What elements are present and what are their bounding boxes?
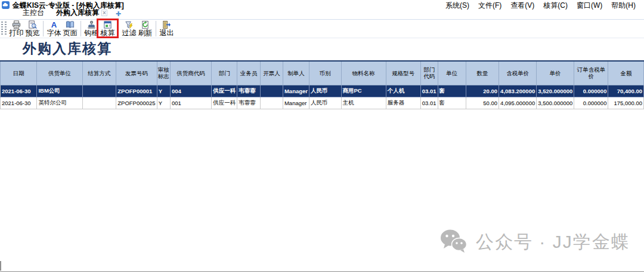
table-cell[interactable]: Y (157, 97, 170, 109)
table-cell[interactable] (260, 85, 283, 97)
toolbar: 打印预览A字体页面钩稽核算过滤刷新退出 (0, 20, 644, 38)
table-cell[interactable] (82, 97, 116, 109)
column-header[interactable]: 开票人 (260, 61, 283, 85)
tab-bar: 主控台外购入库核算×✚ (0, 10, 644, 20)
table-cell[interactable]: 70,400.00 (608, 85, 644, 97)
toolbar-grip-handle[interactable] (5, 22, 7, 36)
table-cell[interactable]: 4,083.200000 (499, 85, 537, 97)
column-header[interactable]: 日期 (1, 61, 37, 85)
column-header[interactable]: 结算方式 (82, 61, 116, 85)
column-header[interactable]: 供货商代码 (170, 61, 211, 85)
table-cell[interactable]: 主机 (341, 97, 386, 109)
accounting-table: 日期供货单位结算方式发票号码审核标志供货商代码部门业务员开票人制单人币别物料名称… (0, 60, 644, 109)
close-tab-icon[interactable]: × (101, 10, 107, 16)
table-cell[interactable]: 套 (438, 85, 466, 97)
toolbar-button-font[interactable]: A字体 (46, 20, 62, 38)
toolbar-button-refresh[interactable]: 刷新 (137, 20, 153, 38)
column-header[interactable]: 规格型号 (386, 61, 420, 85)
table-cell[interactable]: Y (157, 85, 170, 97)
table-cell[interactable]: 人民币 (309, 97, 341, 109)
table-cell[interactable]: 套 (438, 97, 466, 109)
table-cell[interactable]: 英特尔公司 (37, 97, 82, 109)
column-header[interactable]: 币别 (309, 61, 341, 85)
column-header[interactable]: 部门代码 (420, 61, 438, 85)
table-cell[interactable]: 50.00 (466, 97, 499, 109)
column-header[interactable]: 部门 (212, 61, 237, 85)
table-cell[interactable]: 供应一科 (212, 97, 237, 109)
page-title: 外购入库核算 (23, 39, 112, 58)
table-cell[interactable]: 0.000000 (574, 97, 608, 109)
toolbar-button-label: 页面 (63, 29, 78, 37)
toolbar-button-reconcile[interactable]: 钩稽 (83, 20, 100, 38)
toolbar-button-calculate[interactable]: 核算 (100, 20, 116, 38)
table-cell[interactable]: 服务器 (386, 97, 420, 109)
table-cell[interactable]: 3,500.000000 (537, 97, 574, 109)
table-cell[interactable]: 韦蓉蓉 (237, 97, 261, 109)
column-header[interactable]: 订单含税单价 (574, 61, 608, 85)
book-icon (66, 20, 75, 29)
table-cell[interactable]: 2021-06-30 (1, 97, 37, 109)
column-header[interactable]: 金额 (608, 61, 644, 85)
wechat-icon (439, 228, 467, 256)
tab-purchase-inbound-accounting[interactable]: 外购入库核算× (50, 7, 113, 19)
table-cell[interactable]: 175,000.00 (608, 97, 644, 109)
column-header[interactable]: 制单人 (283, 61, 309, 85)
toolbar-grip-handle[interactable] (1, 22, 3, 36)
svg-text:A: A (51, 20, 57, 29)
table-cell[interactable]: 商用PC (341, 85, 386, 97)
refresh-icon (141, 20, 150, 29)
toolbar-button-label: 打印 (10, 29, 24, 37)
toolbar-button-filter[interactable]: 过滤 (121, 20, 137, 38)
toolbar-button-label: 刷新 (138, 29, 153, 37)
toolbar-button-exit[interactable]: 退出 (159, 20, 175, 38)
table-cell[interactable] (82, 85, 116, 97)
column-header[interactable]: 业务员 (237, 61, 261, 85)
exit-icon (162, 20, 171, 29)
toolbar-separator (118, 21, 119, 36)
table-cell[interactable]: ZPOFP00001 (116, 85, 157, 97)
toolbar-separator (43, 21, 44, 36)
filter-icon (125, 20, 134, 29)
table-cell[interactable] (260, 97, 283, 109)
toolbar-button-preview[interactable]: 预览 (24, 20, 41, 38)
new-tab-icon[interactable]: ✚ (116, 10, 121, 18)
column-header[interactable]: 单位 (438, 61, 466, 85)
toolbar-button-page[interactable]: 页面 (62, 20, 78, 38)
table-cell[interactable]: 03.01 (420, 97, 438, 109)
table-cell[interactable]: 3,520.000000 (537, 85, 574, 97)
table-cell[interactable]: 4,095.000000 (499, 97, 537, 109)
table-cell[interactable]: 0.000000 (574, 85, 608, 97)
table-row[interactable]: 2021-06-30英特尔公司ZPOFP000025Y001供应一科韦蓉蓉Man… (1, 97, 644, 109)
table-cell[interactable]: 20.00 (466, 85, 499, 97)
column-header[interactable]: 审核标志 (157, 61, 170, 85)
column-header[interactable]: 发票号码 (116, 61, 157, 85)
column-header[interactable]: 供货单位 (37, 61, 82, 85)
table-cell[interactable]: ZPOFP000025 (116, 97, 157, 109)
column-header[interactable]: 含税单价 (499, 61, 537, 85)
column-header[interactable]: 物料名称 (341, 61, 386, 85)
table-row[interactable]: 2021-06-30IBM公司ZPOFP00001Y004供应一科韦蓉蓉Mana… (1, 85, 644, 97)
toolbar-button-label: 钩稽 (85, 29, 99, 37)
watermark: 公众号 · JJ学金蝶 (439, 228, 630, 256)
table-cell[interactable]: 人民币 (309, 85, 341, 97)
table-cell[interactable]: 韦蓉蓉 (237, 85, 261, 97)
toolbar-button-label: 过滤 (122, 29, 137, 37)
table-cell[interactable]: Manager (283, 97, 309, 109)
table-cell[interactable]: 个人机 (386, 85, 420, 97)
column-header[interactable]: 单价 (537, 61, 574, 85)
table-cell[interactable]: 001 (170, 97, 211, 109)
toolbar-button-label: 字体 (47, 29, 61, 37)
table-cell[interactable]: 2021-06-30 (1, 85, 37, 97)
table-cell[interactable]: IBM公司 (37, 85, 82, 97)
tab-label: 外购入库核算 (56, 8, 99, 18)
table-wrap: 日期供货单位结算方式发票号码审核标志供货商代码部门业务员开票人制单人币别物料名称… (0, 60, 644, 109)
toolbar-button-print[interactable]: 打印 (8, 20, 24, 38)
tab-console[interactable]: 主控台 (17, 7, 50, 19)
table-cell[interactable]: Manager (283, 85, 309, 97)
column-header[interactable]: 数量 (466, 61, 499, 85)
table-cell[interactable]: 004 (170, 85, 211, 97)
table-cell[interactable]: 供应一科 (212, 85, 237, 97)
toolbar-button-label: 预览 (26, 29, 40, 37)
table-cell[interactable]: 03.01 (420, 85, 438, 97)
watermark-text: 公众号 · JJ学金蝶 (476, 230, 630, 254)
